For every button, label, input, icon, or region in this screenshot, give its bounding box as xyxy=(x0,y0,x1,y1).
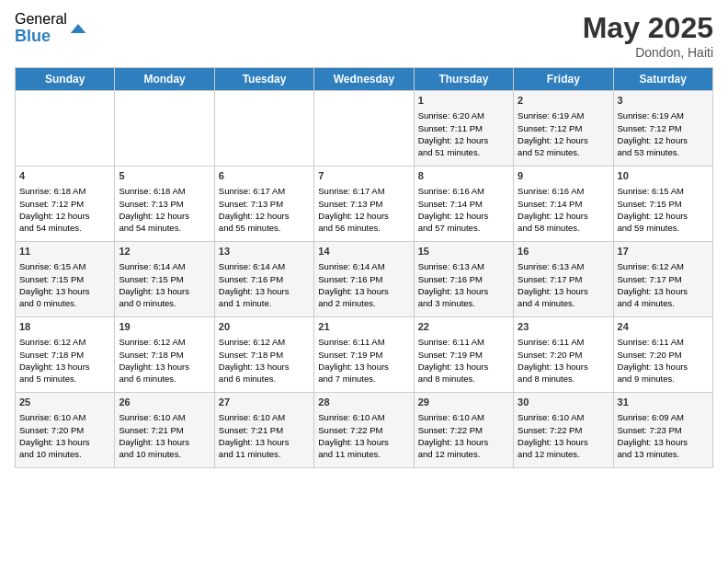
day-info-line: Sunset: 7:18 PM xyxy=(19,349,110,361)
day-info-line: Sunrise: 6:16 AM xyxy=(418,185,509,197)
day-cell: 8Sunrise: 6:16 AMSunset: 7:14 PMDaylight… xyxy=(414,167,513,242)
day-info-line: Daylight: 13 hours xyxy=(318,361,409,373)
day-info-line: and 12 minutes. xyxy=(418,448,509,460)
day-info-line: and 52 minutes. xyxy=(518,146,609,158)
day-info-line: Sunset: 7:13 PM xyxy=(318,198,409,210)
day-number: 12 xyxy=(119,245,210,259)
day-info-line: Daylight: 12 hours xyxy=(618,134,709,146)
day-cell: 29Sunrise: 6:10 AMSunset: 7:22 PMDayligh… xyxy=(414,393,513,468)
header-saturday: Saturday xyxy=(613,68,712,91)
day-info-line: Daylight: 12 hours xyxy=(119,210,210,222)
day-info-line: Sunrise: 6:14 AM xyxy=(219,260,310,272)
day-info-line: Daylight: 12 hours xyxy=(219,210,310,222)
day-number: 26 xyxy=(119,396,210,409)
day-info-line: and 4 minutes. xyxy=(618,297,709,309)
header-thursday: Thursday xyxy=(414,68,513,91)
day-number: 31 xyxy=(618,396,709,409)
logo-text: General Blue xyxy=(15,11,67,45)
day-cell: 22Sunrise: 6:11 AMSunset: 7:19 PMDayligh… xyxy=(414,317,513,393)
day-info-line: and 59 minutes. xyxy=(618,222,709,234)
calendar-header: Sunday Monday Tuesday Wednesday Thursday… xyxy=(16,68,713,91)
location-subtitle: Dondon, Haiti xyxy=(583,45,713,60)
header: General Blue May 2025 Dondon, Haiti xyxy=(15,11,713,60)
day-info-line: and 53 minutes. xyxy=(618,146,709,158)
day-info-line: Daylight: 13 hours xyxy=(119,436,210,448)
day-info-line: Sunrise: 6:17 AM xyxy=(219,185,310,197)
day-info-line: Daylight: 13 hours xyxy=(19,361,110,373)
day-info-line: Daylight: 13 hours xyxy=(119,285,210,297)
day-cell: 9Sunrise: 6:16 AMSunset: 7:14 PMDaylight… xyxy=(514,167,613,242)
day-info-line: Daylight: 12 hours xyxy=(418,210,509,222)
day-number: 19 xyxy=(119,320,210,334)
week-row-3: 11Sunrise: 6:15 AMSunset: 7:15 PMDayligh… xyxy=(16,242,713,317)
day-info-line: Sunrise: 6:18 AM xyxy=(19,185,110,197)
logo: General Blue xyxy=(15,11,87,45)
day-number: 22 xyxy=(418,320,509,334)
day-info-line: Sunset: 7:12 PM xyxy=(518,122,609,134)
day-info-line: Sunset: 7:16 PM xyxy=(418,273,509,285)
day-info-line: and 3 minutes. xyxy=(418,297,509,309)
day-info-line: Daylight: 13 hours xyxy=(618,361,709,373)
day-number: 1 xyxy=(418,94,509,108)
day-info-line: and 8 minutes. xyxy=(418,373,509,385)
day-info-line: Sunrise: 6:20 AM xyxy=(418,109,509,121)
day-cell: 17Sunrise: 6:12 AMSunset: 7:17 PMDayligh… xyxy=(613,242,712,317)
day-info-line: and 10 minutes. xyxy=(19,448,110,460)
day-info-line: and 0 minutes. xyxy=(19,297,110,309)
day-info-line: Sunset: 7:11 PM xyxy=(418,122,509,134)
day-info-line: Sunset: 7:12 PM xyxy=(19,198,110,210)
day-number: 29 xyxy=(418,396,509,409)
day-info-line: Sunrise: 6:09 AM xyxy=(618,411,709,423)
day-info-line: Daylight: 13 hours xyxy=(518,285,609,297)
day-info-line: Sunrise: 6:13 AM xyxy=(418,260,509,272)
day-info-line: Sunrise: 6:14 AM xyxy=(318,260,409,272)
day-info-line: Sunset: 7:18 PM xyxy=(119,349,210,361)
day-cell: 26Sunrise: 6:10 AMSunset: 7:21 PMDayligh… xyxy=(115,393,214,468)
day-info-line: Sunset: 7:20 PM xyxy=(618,349,709,361)
day-cell: 5Sunrise: 6:18 AMSunset: 7:13 PMDaylight… xyxy=(115,167,214,242)
header-wednesday: Wednesday xyxy=(314,68,414,91)
week-row-5: 25Sunrise: 6:10 AMSunset: 7:20 PMDayligh… xyxy=(16,393,713,468)
day-info-line: and 0 minutes. xyxy=(119,297,210,309)
day-info-line: and 6 minutes. xyxy=(219,373,310,385)
day-info-line: Daylight: 12 hours xyxy=(618,210,709,222)
day-info-line: Sunset: 7:17 PM xyxy=(518,273,609,285)
day-info-line: and 56 minutes. xyxy=(318,222,409,234)
day-number: 23 xyxy=(518,320,609,334)
header-sunday: Sunday xyxy=(16,68,115,91)
title-block: May 2025 Dondon, Haiti xyxy=(583,11,713,60)
day-info-line: and 58 minutes. xyxy=(518,222,609,234)
day-info-line: Sunrise: 6:11 AM xyxy=(518,336,609,348)
day-info-line: and 8 minutes. xyxy=(518,373,609,385)
day-info-line: Daylight: 13 hours xyxy=(19,285,110,297)
day-info-line: Daylight: 12 hours xyxy=(318,210,409,222)
day-info-line: Sunset: 7:21 PM xyxy=(119,424,210,436)
day-number: 30 xyxy=(518,396,609,409)
day-info-line: Sunset: 7:23 PM xyxy=(618,424,709,436)
day-number: 3 xyxy=(618,94,709,108)
day-info-line: Sunset: 7:18 PM xyxy=(219,349,310,361)
day-info-line: Daylight: 12 hours xyxy=(19,210,110,222)
day-number: 17 xyxy=(618,245,709,259)
day-cell: 23Sunrise: 6:11 AMSunset: 7:20 PMDayligh… xyxy=(514,317,613,393)
day-info-line: Daylight: 13 hours xyxy=(219,436,310,448)
week-row-1: 1Sunrise: 6:20 AMSunset: 7:11 PMDaylight… xyxy=(16,91,713,167)
day-info-line: Daylight: 13 hours xyxy=(318,285,409,297)
day-info-line: and 55 minutes. xyxy=(219,222,310,234)
header-tuesday: Tuesday xyxy=(214,68,313,91)
logo-icon xyxy=(69,19,87,38)
day-info-line: and 6 minutes. xyxy=(119,373,210,385)
day-cell: 24Sunrise: 6:11 AMSunset: 7:20 PMDayligh… xyxy=(613,317,712,393)
day-info-line: Sunset: 7:14 PM xyxy=(418,198,509,210)
day-info-line: and 9 minutes. xyxy=(618,373,709,385)
day-info-line: Sunset: 7:21 PM xyxy=(219,424,310,436)
day-info-line: Sunrise: 6:12 AM xyxy=(219,336,310,348)
day-cell: 14Sunrise: 6:14 AMSunset: 7:16 PMDayligh… xyxy=(314,242,414,317)
day-cell xyxy=(214,91,313,167)
day-info-line: and 57 minutes. xyxy=(418,222,509,234)
day-info-line: Sunset: 7:22 PM xyxy=(318,424,409,436)
header-monday: Monday xyxy=(115,68,214,91)
day-cell: 3Sunrise: 6:19 AMSunset: 7:12 PMDaylight… xyxy=(613,91,712,167)
day-info-line: Sunrise: 6:12 AM xyxy=(19,336,110,348)
day-info-line: Sunrise: 6:11 AM xyxy=(318,336,409,348)
